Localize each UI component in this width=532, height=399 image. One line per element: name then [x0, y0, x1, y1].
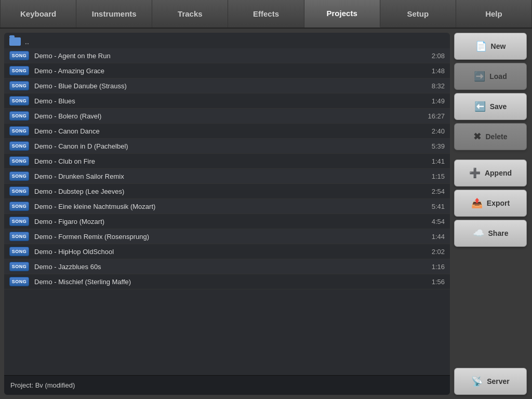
list-item[interactable]: SONGDemo - Club on Fire1:41 [4, 154, 450, 169]
file-list[interactable]: .. SONGDemo - Agent on the Run2:08SONGDe… [4, 33, 450, 375]
folder-row[interactable]: .. [4, 35, 450, 48]
song-badge: SONG [9, 171, 29, 181]
song-name: Demo - Mischief (Sterling Maffe) [34, 278, 427, 286]
song-badge: SONG [9, 66, 29, 75]
song-badge: SONG [9, 96, 29, 105]
song-badge: SONG [9, 277, 29, 286]
song-name: Demo - Agent on the Run [34, 52, 427, 60]
folder-label: .. [25, 37, 29, 46]
list-item[interactable]: SONGDemo - Agent on the Run2:08 [4, 48, 450, 63]
tab-projects[interactable]: Projects [304, 0, 380, 28]
right-panel: 📄 New ➡️ Load ⬅️ Save ✖ Delete ➕ Append … [454, 29, 532, 399]
song-name: Demo - Amazing Grace [34, 67, 427, 75]
save-icon: ⬅️ [474, 102, 486, 111]
server-icon: 📡 [471, 377, 483, 386]
save-button[interactable]: ⬅️ Save [454, 93, 527, 120]
song-badge: SONG [9, 111, 29, 121]
song-name: Demo - Figaro (Mozart) [34, 218, 427, 225]
main-area: .. SONGDemo - Agent on the Run2:08SONGDe… [0, 29, 532, 399]
list-item[interactable]: SONGDemo - Figaro (Mozart)4:54 [4, 214, 450, 229]
song-name: Demo - HipHop OldSchool [34, 248, 427, 256]
song-name: Demo - Formen Remix (Rosensprung) [34, 233, 427, 241]
list-item[interactable]: SONGDemo - HipHop OldSchool2:02 [4, 244, 450, 259]
song-duration: 2:02 [432, 248, 445, 256]
append-label: Append [485, 169, 512, 177]
song-badge: SONG [9, 187, 29, 196]
delete-icon: ✖ [473, 132, 481, 141]
song-duration: 8:32 [432, 82, 445, 90]
song-badge: SONG [9, 232, 29, 241]
delete-button[interactable]: ✖ Delete [454, 123, 527, 150]
song-name: Demo - Club on Fire [34, 157, 427, 165]
tab-setup[interactable]: Setup [380, 0, 456, 28]
status-bar: Project: Bv (modified) [4, 375, 450, 395]
song-name: Demo - Bolero (Ravel) [34, 112, 422, 120]
song-duration: 16:27 [428, 112, 445, 120]
song-name: Demo - Blue Danube (Strauss) [34, 82, 427, 90]
song-name: Demo - Dubstep (Lee Jeeves) [34, 188, 427, 195]
song-duration: 1:56 [432, 278, 445, 286]
share-icon: ☁️ [473, 229, 484, 238]
list-item[interactable]: SONGDemo - Blue Danube (Strauss)8:32 [4, 78, 450, 94]
new-label: New [491, 42, 506, 50]
song-badge: SONG [9, 262, 29, 271]
song-duration: 1:49 [432, 97, 445, 105]
song-badge: SONG [9, 51, 29, 60]
server-button[interactable]: 📡 Server [454, 368, 527, 395]
song-name: Demo - Drunken Sailor Remix [34, 172, 427, 180]
song-name: Demo - Eine kleine Nachtmusik (Mozart) [34, 203, 427, 210]
append-icon: ➕ [469, 168, 481, 178]
tab-bar: Keyboard Instruments Tracks Effects Proj… [0, 0, 532, 29]
load-button[interactable]: ➡️ Load [454, 63, 527, 90]
list-item[interactable]: SONGDemo - Dubstep (Lee Jeeves)2:54 [4, 184, 450, 199]
tab-help[interactable]: Help [456, 0, 532, 28]
song-name: Demo - Canon Dance [34, 127, 427, 135]
song-badge: SONG [9, 126, 29, 136]
song-badge: SONG [9, 247, 29, 256]
save-label: Save [490, 102, 507, 111]
load-icon: ➡️ [474, 72, 485, 81]
song-duration: 2:08 [432, 52, 445, 60]
folder-icon [9, 37, 21, 46]
delete-label: Delete [485, 132, 507, 141]
song-badge: SONG [9, 141, 29, 151]
status-text: Project: Bv (modified) [10, 381, 75, 389]
song-duration: 1:48 [432, 67, 445, 75]
song-duration: 2:40 [432, 127, 445, 135]
export-label: Export [487, 199, 510, 207]
share-button[interactable]: ☁️ Share [454, 220, 527, 247]
list-item[interactable]: SONGDemo - Drunken Sailor Remix1:15 [4, 169, 450, 184]
list-item[interactable]: SONGDemo - Blues1:49 [4, 94, 450, 109]
export-button[interactable]: 📤 Export [454, 190, 527, 217]
song-badge: SONG [9, 156, 29, 166]
song-badge: SONG [9, 81, 29, 90]
new-icon: 📄 [475, 42, 487, 51]
tab-instruments[interactable]: Instruments [76, 0, 152, 28]
song-duration: 4:54 [432, 218, 445, 225]
append-button[interactable]: ➕ Append [454, 159, 527, 187]
list-item[interactable]: SONGDemo - Canon Dance2:40 [4, 124, 450, 139]
list-item[interactable]: SONGDemo - Formen Remix (Rosensprung)1:4… [4, 229, 450, 244]
list-item[interactable]: SONGDemo - Canon in D (Pachelbel)5:39 [4, 139, 450, 154]
list-item[interactable]: SONGDemo - Eine kleine Nachtmusik (Mozar… [4, 199, 450, 214]
list-item[interactable]: SONGDemo - Jazzblues 60s1:16 [4, 259, 450, 274]
share-label: Share [488, 229, 509, 237]
song-duration: 2:54 [432, 188, 445, 195]
new-button[interactable]: 📄 New [454, 33, 527, 60]
song-duration: 1:16 [432, 263, 445, 271]
export-icon: 📤 [471, 198, 483, 208]
song-duration: 5:39 [432, 142, 445, 150]
tab-tracks[interactable]: Tracks [152, 0, 228, 28]
list-item[interactable]: SONGDemo - Mischief (Sterling Maffe)1:56 [4, 274, 450, 289]
song-badge: SONG [9, 217, 29, 226]
tab-keyboard[interactable]: Keyboard [0, 0, 76, 28]
tab-effects[interactable]: Effects [228, 0, 304, 28]
list-item[interactable]: SONGDemo - Bolero (Ravel)16:27 [4, 109, 450, 124]
song-duration: 1:44 [432, 233, 445, 241]
list-item[interactable]: SONGDemo - Amazing Grace1:48 [4, 63, 450, 78]
song-duration: 1:41 [432, 157, 445, 165]
song-duration: 5:41 [432, 203, 445, 210]
server-label: Server [487, 377, 510, 385]
song-name: Demo - Jazzblues 60s [34, 263, 427, 271]
song-name: Demo - Canon in D (Pachelbel) [34, 142, 427, 150]
